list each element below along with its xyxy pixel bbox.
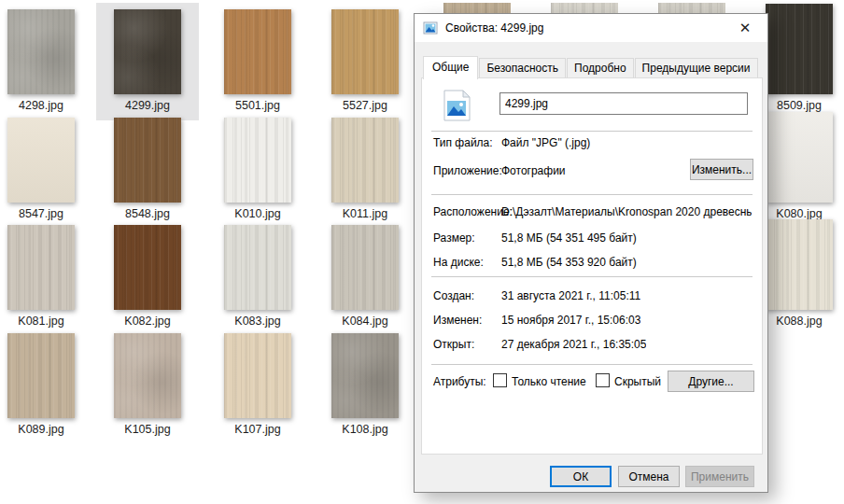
opens-with-label: Приложение: xyxy=(433,164,502,177)
thumbnail-image xyxy=(114,118,181,203)
size-on-disk-label: На диске: xyxy=(433,256,484,269)
apply-button: Применить xyxy=(685,466,754,487)
thumbnail-image xyxy=(766,4,833,94)
thumbnail-image xyxy=(766,219,833,310)
close-icon[interactable]: ✕ xyxy=(725,14,765,42)
thumbnail-item[interactable]: 8548.jpg xyxy=(96,111,199,229)
dialog-title: Свойства: 4299.jpg xyxy=(445,21,543,35)
hidden-label: Скрытый xyxy=(614,375,661,388)
hidden-checkbox-row: Скрытый xyxy=(596,373,661,388)
accessed-label: Открыт: xyxy=(433,338,474,351)
thumbnail-image xyxy=(7,9,75,94)
read-only-checkbox[interactable] xyxy=(493,373,507,387)
accessed-value: 27 декабря 2021 г., 16:35:05 xyxy=(501,338,646,351)
thumbnail-filename: K108.jpg xyxy=(314,423,416,437)
modified-label: Изменен: xyxy=(433,314,482,327)
thumbnail-image xyxy=(331,333,399,418)
thumbnail-item[interactable]: K010.jpg xyxy=(206,111,309,229)
tab-details[interactable]: Подробно xyxy=(567,58,634,78)
thumbnail-image xyxy=(331,225,399,310)
separator xyxy=(431,131,753,132)
tab-previous-versions[interactable]: Предыдущие версии xyxy=(635,58,758,78)
file-type-value: Файл "JPG" (.jpg) xyxy=(501,136,590,149)
created-value: 31 августа 2021 г., 11:05:11 xyxy=(501,289,640,302)
thumbnail-image xyxy=(224,118,291,203)
thumbnail-item[interactable]: 5501.jpg xyxy=(206,3,309,120)
thumbnail-item[interactable]: K083.jpg xyxy=(206,218,309,336)
thumbnail-item[interactable]: K108.jpg xyxy=(314,327,416,444)
thumbnail-image xyxy=(224,9,291,94)
cancel-button[interactable]: Отмена xyxy=(618,466,680,487)
tab-security[interactable]: Безопасность xyxy=(479,58,566,78)
thumbnail-image xyxy=(766,112,833,203)
change-app-button[interactable]: Изменить... xyxy=(690,159,753,180)
thumbnail-image xyxy=(7,118,75,203)
created-label: Создан: xyxy=(433,289,474,302)
general-tab-page: Тип файла: Файл "JPG" (.jpg) Приложение:… xyxy=(421,77,763,455)
thumbnail-item[interactable]: 4299.jpg xyxy=(96,3,199,120)
read-only-checkbox-row: Только чтение xyxy=(493,373,586,388)
separator xyxy=(431,364,753,365)
thumbnail-image xyxy=(7,225,75,310)
properties-dialog: Свойства: 4299.jpg ✕ ОбщиеБезопасностьПо… xyxy=(414,13,768,493)
image-file-icon-large xyxy=(441,90,472,121)
size-on-disk-value: 51,8 МБ (54 353 920 байт) xyxy=(501,256,637,269)
modified-value: 15 ноября 2017 г., 15:06:03 xyxy=(501,314,640,327)
filename-input[interactable] xyxy=(499,92,748,115)
thumbnail-image xyxy=(224,225,291,310)
thumbnail-image xyxy=(224,333,291,418)
thumbnail-image xyxy=(7,333,75,418)
thumbnail-item[interactable]: K084.jpg xyxy=(314,218,416,336)
file-type-label: Тип файла: xyxy=(433,136,493,149)
separator xyxy=(431,276,753,277)
thumbnail-image xyxy=(114,225,181,310)
ok-button[interactable]: ОК xyxy=(550,466,612,487)
thumbnail-item[interactable]: K105.jpg xyxy=(96,327,199,444)
thumbnail-image xyxy=(331,9,399,94)
explorer-background: 4298.jpg4299.jpg5501.jpg5527.jpg8509.jpg… xyxy=(0,0,844,504)
read-only-label: Только чтение xyxy=(512,375,586,388)
thumbnail-item[interactable]: 5527.jpg xyxy=(314,3,416,120)
other-attributes-button[interactable]: Другие... xyxy=(668,371,754,392)
location-value: D:\Дэзалт\Материалы\Kronospan 2020 древе… xyxy=(501,205,752,218)
size-label: Размер: xyxy=(433,231,475,245)
hidden-checkbox[interactable] xyxy=(596,373,610,387)
size-value: 51,8 МБ (54 351 495 байт) xyxy=(501,231,637,245)
thumbnail-item[interactable]: K081.jpg xyxy=(0,218,92,336)
thumbnail-image xyxy=(114,333,181,418)
thumbnail-item[interactable]: 4298.jpg xyxy=(0,3,92,120)
tab-strip: ОбщиеБезопасностьПодробноПредыдущие верс… xyxy=(423,57,759,78)
thumbnail-item[interactable]: K089.jpg xyxy=(0,327,92,444)
thumbnail-filename: K107.jpg xyxy=(206,423,309,437)
dialog-titlebar: Свойства: 4299.jpg ✕ xyxy=(415,14,767,42)
thumbnail-item[interactable]: K082.jpg xyxy=(96,218,199,336)
tab-general[interactable]: Общие xyxy=(423,56,478,79)
separator xyxy=(431,194,753,195)
thumbnail-filename: K105.jpg xyxy=(96,423,199,437)
thumbnail-filename: K089.jpg xyxy=(0,423,92,437)
thumbnail-item[interactable]: K011.jpg xyxy=(314,111,416,229)
thumbnail-image xyxy=(331,118,399,203)
attributes-label: Атрибуты: xyxy=(433,375,486,388)
opens-with-value: Фотографии xyxy=(501,164,566,177)
thumbnail-item[interactable]: K107.jpg xyxy=(206,327,309,444)
thumbnail-image xyxy=(114,9,181,94)
image-file-icon xyxy=(423,21,438,35)
thumbnail-item[interactable]: 8547.jpg xyxy=(0,111,92,229)
